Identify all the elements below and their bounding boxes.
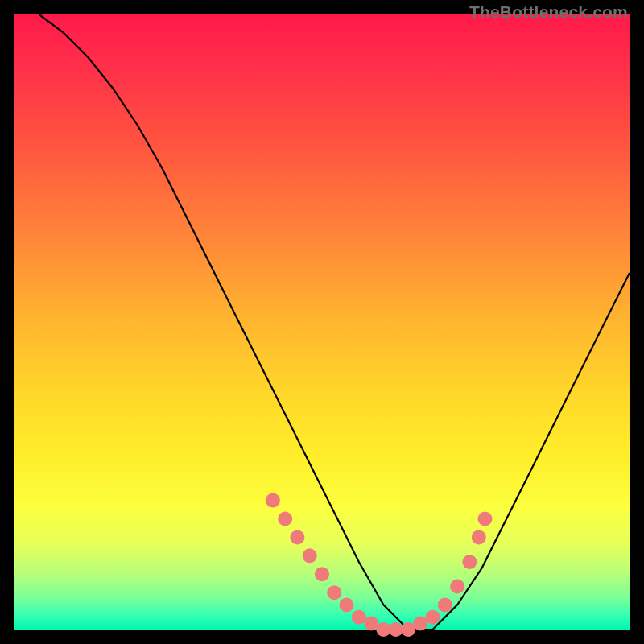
marker-dot xyxy=(278,512,292,526)
chart-frame: TheBottleneck.com xyxy=(0,0,644,644)
chart-svg xyxy=(14,14,630,630)
marker-dot xyxy=(472,530,486,544)
marker-dot xyxy=(462,555,477,569)
marker-dot xyxy=(376,622,390,637)
chart-plot-area xyxy=(14,14,630,630)
marker-dot xyxy=(426,610,440,625)
marker-dot xyxy=(290,530,304,544)
marker-dot xyxy=(450,580,464,594)
watermark-text: TheBottleneck.com xyxy=(469,2,628,22)
marker-dot xyxy=(438,597,452,612)
marker-dot xyxy=(352,610,366,625)
marker-dot xyxy=(364,616,378,630)
marker-cluster xyxy=(266,493,493,637)
marker-dot xyxy=(340,597,354,612)
marker-dot xyxy=(478,512,493,526)
marker-dot xyxy=(315,567,329,581)
marker-dot xyxy=(327,585,341,600)
marker-dot xyxy=(413,616,427,630)
bottleneck-curve xyxy=(39,14,630,630)
marker-dot xyxy=(266,493,280,508)
marker-dot xyxy=(303,548,317,563)
